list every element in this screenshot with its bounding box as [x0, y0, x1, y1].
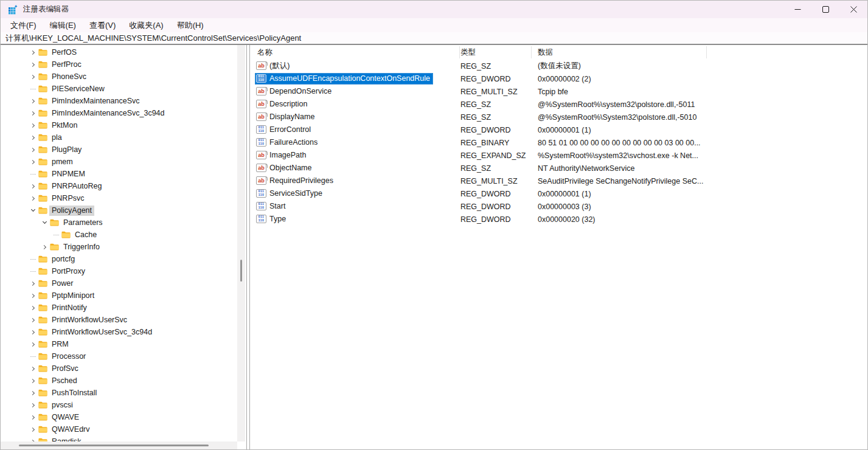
chevron-icon[interactable] [29, 326, 37, 338]
value-row-assumeudfencapsulationcontextonsendrule[interactable]: AssumeUDFEncapsulationContextOnSendRule … [250, 72, 867, 85]
value-row-objectname[interactable]: ObjectName REG_SZ NT Authority\NetworkSe… [250, 162, 867, 175]
tree-item-printworkflowusersvc_3c94d[interactable]: PrintWorkflowUserSvc_3c94d [1, 326, 237, 338]
tree-item-processor[interactable]: Processor [1, 350, 237, 362]
chevron-icon[interactable] [29, 180, 37, 192]
tree-vertical-scrollbar-thumb[interactable] [240, 260, 242, 282]
tree-item-pmem[interactable]: pmem [1, 156, 237, 168]
chevron-icon[interactable] [29, 435, 37, 441]
chevron-icon[interactable] [29, 411, 37, 423]
tree-item-perfproc[interactable]: PerfProc [1, 58, 237, 71]
tree-item-perfos[interactable]: PerfOS [1, 46, 237, 58]
chevron-icon[interactable] [29, 265, 37, 277]
chevron-icon[interactable] [29, 362, 37, 375]
tree-item-portcfg[interactable]: portcfg [1, 253, 237, 265]
value-row-imagepath[interactable]: ImagePath REG_EXPAND_SZ %SystemRoot%\sys… [250, 149, 867, 162]
tree-item-prm[interactable]: PRM [1, 338, 237, 350]
chevron-icon[interactable] [29, 192, 37, 204]
chevron-icon[interactable] [29, 302, 37, 314]
chevron-icon[interactable] [29, 95, 37, 107]
chevron-icon[interactable] [29, 314, 37, 326]
value-name: RequiredPrivileges [269, 176, 333, 185]
tree-item-policyagent[interactable]: PolicyAgent [1, 204, 237, 216]
chevron-icon[interactable] [29, 83, 37, 95]
chevron-icon[interactable] [29, 399, 37, 411]
chevron-icon[interactable] [29, 107, 37, 119]
tree-horizontal-scrollbar-thumb[interactable] [19, 445, 209, 446]
column-header-data[interactable]: 数据 [531, 47, 867, 58]
chevron-icon[interactable] [29, 156, 37, 168]
value-row-displayname[interactable]: DisplayName REG_SZ @%SystemRoot%\System3… [250, 111, 867, 123]
tree-item-power[interactable]: Power [1, 277, 237, 289]
value-row-errorcontrol[interactable]: ErrorControl REG_DWORD 0x00000001 (1) [250, 123, 867, 136]
chevron-icon[interactable] [29, 277, 37, 289]
chevron-icon[interactable] [29, 375, 37, 387]
tree-item-pimindexmaintenancesvc[interactable]: PimIndexMaintenanceSvc [1, 95, 237, 107]
chevron-icon[interactable] [29, 350, 37, 362]
menu-view[interactable]: 查看(V) [85, 19, 120, 32]
chevron-icon[interactable] [52, 229, 60, 241]
value-row-failureactions[interactable]: FailureActions REG_BINARY 80 51 01 00 00… [250, 136, 867, 149]
chevron-icon[interactable] [29, 423, 37, 435]
value-row-requiredprivileges[interactable]: RequiredPrivileges REG_MULTI_SZ SeAuditP… [250, 175, 867, 187]
tree-item-parameters[interactable]: Parameters [1, 216, 237, 229]
tree-item-pnrpsvc[interactable]: PNRPsvc [1, 192, 237, 204]
tree-item-pieservicenew[interactable]: PIEServiceNew [1, 83, 237, 95]
tree-item-cache[interactable]: Cache [1, 229, 237, 241]
tree-item-label: PrintNotify [49, 303, 89, 313]
tree-item-pptpminiport[interactable]: PptpMiniport [1, 289, 237, 302]
address-bar[interactable]: 计算机\HKEY_LOCAL_MACHINE\SYSTEM\CurrentCon… [1, 32, 867, 45]
chevron-icon[interactable] [40, 241, 49, 253]
tree-vertical-scrollbar[interactable] [237, 45, 245, 441]
tree-item-qwavedrv[interactable]: QWAVEdrv [1, 423, 237, 435]
close-button[interactable] [839, 1, 867, 18]
menu-help[interactable]: 帮助(H) [172, 19, 209, 32]
value-row-(默认)[interactable]: (默认) REG_SZ (数值未设置) [250, 60, 867, 72]
tree-item-pla[interactable]: pla [1, 131, 237, 144]
chevron-icon[interactable] [29, 338, 37, 350]
tree-item-pushtoinstall[interactable]: PushToInstall [1, 387, 237, 399]
string-value-icon [256, 151, 266, 159]
value-row-dependonservice[interactable]: DependOnService REG_MULTI_SZ Tcpip bfe [250, 85, 867, 98]
chevron-icon[interactable] [29, 144, 37, 156]
tree-item-printworkflowusersvc[interactable]: PrintWorkflowUserSvc [1, 314, 237, 326]
tree-item-pnpmem[interactable]: PNPMEM [1, 168, 237, 180]
chevron-icon[interactable] [29, 387, 37, 399]
chevron-icon[interactable] [29, 71, 37, 83]
chevron-icon[interactable] [29, 131, 37, 144]
chevron-icon[interactable] [40, 216, 49, 229]
value-row-type[interactable]: Type REG_DWORD 0x00000020 (32) [250, 213, 867, 226]
chevron-icon[interactable] [29, 46, 37, 58]
tree-item-psched[interactable]: Psched [1, 375, 237, 387]
tree-item-printnotify[interactable]: PrintNotify [1, 302, 237, 314]
menu-edit[interactable]: 编辑(E) [45, 19, 81, 32]
tree-item-label: PRM [49, 339, 71, 350]
value-row-servicesidtype[interactable]: ServiceSidType REG_DWORD 0x00000001 (1) [250, 187, 867, 200]
tree-item-portproxy[interactable]: PortProxy [1, 265, 237, 277]
chevron-icon[interactable] [29, 289, 37, 302]
tree-item-plugplay[interactable]: PlugPlay [1, 144, 237, 156]
menu-file[interactable]: 文件(F) [5, 19, 41, 32]
tree-item-pnrpautoreg[interactable]: PNRPAutoReg [1, 180, 237, 192]
maximize-button[interactable] [811, 1, 839, 18]
tree-item-pktmon[interactable]: PktMon [1, 119, 237, 131]
column-header-name[interactable]: 名称 [250, 47, 459, 58]
chevron-icon[interactable] [29, 253, 37, 265]
tree-item-label: PIEServiceNew [49, 84, 107, 94]
chevron-icon[interactable] [29, 58, 37, 71]
menu-favorites[interactable]: 收藏夹(A) [124, 19, 168, 32]
chevron-icon[interactable] [29, 204, 37, 216]
chevron-icon[interactable] [29, 168, 37, 180]
tree-item-qwave[interactable]: QWAVE [1, 411, 237, 423]
chevron-icon[interactable] [29, 119, 37, 131]
tree-item-pimindexmaintenancesvc_3c94d[interactable]: PimIndexMaintenanceSvc_3c94d [1, 107, 237, 119]
tree-horizontal-scrollbar[interactable] [1, 441, 237, 449]
tree-item-phonesvc[interactable]: PhoneSvc [1, 71, 237, 83]
column-header-type[interactable]: 类型 [459, 47, 531, 58]
tree-item-triggerinfo[interactable]: TriggerInfo [1, 241, 237, 253]
tree-item-ramdisk[interactable]: Ramdisk [1, 435, 237, 441]
minimize-button[interactable] [783, 1, 811, 18]
tree-item-profsvc[interactable]: ProfSvc [1, 362, 237, 375]
tree-item-pvscsi[interactable]: pvscsi [1, 399, 237, 411]
value-row-description[interactable]: Description REG_SZ @%SystemRoot%\system3… [250, 98, 867, 111]
value-row-start[interactable]: Start REG_DWORD 0x00000003 (3) [250, 200, 867, 213]
